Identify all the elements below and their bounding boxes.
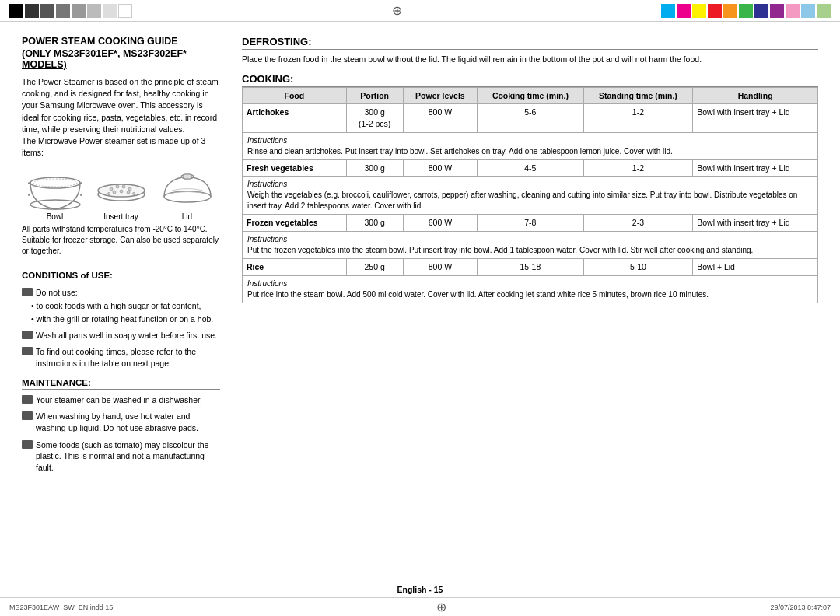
maintenance-2: When washing by hand, use hot water and … [22, 411, 220, 433]
maintenance-3: Some foods (such as tomato) may discolou… [22, 439, 220, 474]
page-number: English - 15 [0, 580, 840, 596]
crosshair-icon: ⊕ [392, 3, 402, 18]
lid-label: Lid [182, 212, 192, 221]
main-content: POWER STEAM COOKING GUIDE (ONLY MS23F301… [0, 22, 840, 580]
power-fresh-veg: 800 W [403, 159, 478, 177]
portion-fresh-veg: 300 g [346, 159, 403, 177]
swatch-gray3 [72, 4, 86, 18]
svg-point-6 [116, 185, 119, 188]
col-standing-time: Standing time (min.) [583, 88, 693, 104]
svg-point-5 [110, 187, 113, 191]
maintenance-text-2: When washing by hand, use hot water and … [36, 411, 220, 433]
bowl-svg [28, 167, 82, 210]
maintenance-1: Your steamer can be washed in a dishwash… [22, 394, 220, 406]
table-row: Frozen vegetables 300 g 600 W 7-8 2-3 Bo… [243, 215, 818, 232]
lid-figure: Lid [160, 167, 215, 221]
items-note: All parts withstand temperatures from -2… [22, 224, 220, 257]
maintenance-text-1: Your steamer can be washed in a dishwash… [36, 394, 202, 406]
ct-fresh-veg: 4-5 [478, 159, 583, 177]
bottom-crosshair-icon: ⊕ [436, 600, 446, 614]
instructions-artichokes: Instructions Rinse and clean artichokes.… [243, 132, 818, 159]
table-row: Rice 250 g 800 W 15-18 5-10 Bowl + Lid [243, 258, 818, 275]
bullet-icon-4 [22, 395, 33, 404]
st-frozen-veg: 2-3 [583, 215, 693, 232]
st-artichokes: 1-2 [583, 104, 693, 132]
ct-rice: 15-18 [478, 258, 583, 275]
portion-frozen-veg: 300 g [346, 215, 403, 232]
col-handling: Handling [693, 88, 818, 104]
instructions-fresh-veg-row: Instructions Weigh the vegetables (e.g. … [243, 177, 818, 215]
bottom-bar: MS23F301EAW_SW_EN.indd 15 ⊕ 29/07/2013 8… [0, 597, 840, 616]
file-info: MS23F301EAW_SW_EN.indd 15 [9, 604, 113, 611]
swatch-green [739, 4, 753, 18]
swatch-cyan [661, 4, 675, 18]
swatch-magenta [677, 4, 691, 18]
lid-svg [160, 167, 215, 210]
food-fresh-veg: Fresh vegetables [247, 163, 313, 173]
svg-point-13 [132, 192, 135, 194]
col-power: Power levels [403, 88, 478, 104]
power-frozen-veg: 600 W [403, 215, 478, 232]
swatch-gray2 [56, 4, 70, 18]
date-info: 29/07/2013 8:47:07 [770, 604, 831, 611]
color-swatches-right [661, 4, 831, 18]
ct-artichokes: 5-6 [478, 104, 583, 132]
food-artichokes: Artichokes [247, 107, 289, 117]
bullet-icon-6 [22, 440, 33, 449]
conditions-header: CONDITIONS of USE: [22, 271, 220, 282]
bullet-icon-2 [22, 331, 33, 339]
portion-rice: 250 g [346, 258, 403, 275]
svg-point-2 [33, 179, 77, 187]
swatch-gray5 [103, 4, 117, 18]
ct-frozen-veg: 7-8 [478, 215, 583, 232]
do-not-use-item: Do not use: [22, 287, 220, 299]
swatch-red [708, 4, 722, 18]
maintenance-text-3: Some foods (such as tomato) may discolou… [36, 439, 220, 474]
bullet-icon-5 [22, 411, 33, 420]
swatch-lt-green [817, 4, 831, 18]
handling-rice: Bowl + Lid [693, 258, 818, 275]
top-bar: ⊕ [0, 0, 840, 22]
svg-point-10 [120, 190, 123, 193]
instructions-frozen-veg: Instructions Put the frozen vegetables i… [243, 231, 818, 258]
do-not-use-label: Do not use: [36, 287, 78, 299]
bullet-icon-3 [22, 347, 33, 355]
power-artichokes: 800 W [403, 104, 478, 132]
svg-point-8 [128, 187, 131, 191]
guide-title-sub: (ONLY MS23F301EF*, MS23F302EF* MODELS) [22, 48, 220, 70]
swatch-dark [25, 4, 39, 18]
bowl-label: Bowl [47, 212, 64, 221]
defrosting-text: Place the frozen food in the steam bowl … [242, 54, 818, 65]
svg-point-11 [127, 191, 130, 194]
left-column: POWER STEAM COOKING GUIDE (ONLY MS23F301… [22, 36, 220, 572]
swatch-gray4 [87, 4, 101, 18]
handling-fresh-veg: Bowl with insert tray + Lid [693, 159, 818, 177]
col-food: Food [243, 88, 347, 104]
swatch-lt-blue [801, 4, 815, 18]
instructions-rice-row: Instructions Put rice into the steam bow… [243, 275, 818, 303]
power-rice: 800 W [403, 258, 478, 275]
intro-text: The Power Steamer is based on the princi… [22, 76, 220, 159]
food-frozen-veg: Frozen vegetables [247, 218, 318, 227]
find-out-note: To find out cooking times, please refer … [36, 346, 220, 369]
do-not-use-1: to cook foods with a high sugar or fat c… [31, 300, 220, 312]
svg-point-7 [122, 185, 125, 188]
st-fresh-veg: 1-2 [583, 159, 693, 177]
cooking-table: Food Portion Power levels Cooking time (… [242, 87, 818, 303]
table-row: Artichokes 300 g(1-2 pcs) 800 W 5-6 1-2 … [243, 104, 818, 132]
col-portion: Portion [346, 88, 403, 104]
find-out-item: To find out cooking times, please refer … [22, 346, 220, 369]
insert-tray-figure: Insert tray [94, 167, 149, 221]
bowl-figure: Bowl [28, 167, 82, 221]
swatch-gray1 [40, 4, 54, 18]
instructions-fresh-veg: Instructions Weigh the vegetables (e.g. … [243, 177, 818, 215]
right-column: DEFROSTING: Place the frozen food in the… [242, 36, 818, 572]
insert-tray-label: Insert tray [103, 212, 138, 221]
instructions-frozen-veg-row: Instructions Put the frozen vegetables i… [243, 231, 818, 258]
wash-note: Wash all parts well in soapy water befor… [36, 330, 217, 341]
table-header-row: Food Portion Power levels Cooking time (… [243, 88, 818, 104]
bullet-icon-1 [22, 288, 33, 296]
svg-rect-16 [184, 174, 191, 179]
portion-artichokes: 300 g(1-2 pcs) [346, 104, 403, 132]
swatch-blue [754, 4, 768, 18]
